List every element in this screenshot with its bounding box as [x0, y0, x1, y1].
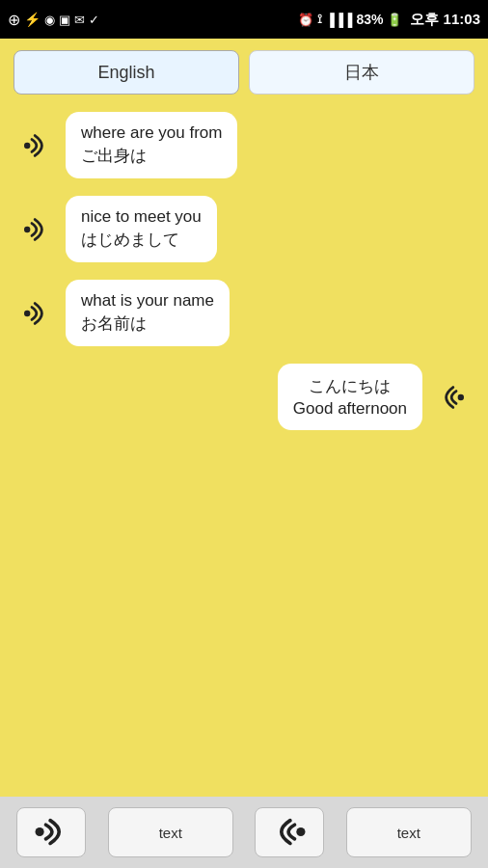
bottom-left-text-button[interactable]: text [108, 807, 233, 857]
msg1-english: where are you from [81, 123, 222, 143]
sound-icon-4[interactable] [430, 375, 474, 420]
msg2-japanese: はじめまして [81, 229, 202, 251]
message-row-1: where are you from ご出身は [14, 112, 474, 178]
image-icon: ▣ [59, 13, 70, 27]
message-row-4: こんにちは Good afternoon [14, 364, 474, 430]
bottom-left-sound-button[interactable] [16, 807, 86, 857]
bubble-3: what is your name お名前は [66, 280, 230, 346]
chat-area: where are you from ご出身は nice to meet you… [0, 102, 488, 797]
svg-point-0 [24, 142, 30, 148]
svg-point-4 [36, 827, 44, 836]
message-row-3: what is your name お名前は [14, 280, 474, 346]
msg4-english: Good afternoon [293, 399, 407, 419]
bottom-bar: text text [0, 797, 488, 868]
battery-icon: 🔋 [387, 13, 402, 27]
check-icon: ✓ [89, 13, 99, 27]
sound-icon-1[interactable] [14, 123, 58, 168]
msg4-japanese: こんにちは [309, 375, 391, 397]
app-container: English 日本 where are you from ご出身は [0, 39, 488, 868]
svg-point-1 [24, 226, 30, 231]
msg1-japanese: ご出身は [81, 145, 222, 167]
bubble-1: where are you from ご出身は [66, 112, 237, 178]
msg3-japanese: お名前は [81, 312, 214, 335]
message-row-2: nice to meet you はじめまして [14, 196, 474, 262]
tab-english[interactable]: English [14, 50, 239, 95]
sound-icon-2[interactable] [14, 207, 58, 252]
status-bar-right-icons: ⏰ ⟟ ▐▐▐ 83% 🔋 오후 11:03 [298, 11, 480, 29]
status-bar: ⊕ ⚡ ◉ ▣ ✉ ✓ ⏰ ⟟ ▐▐▐ 83% 🔋 오후 11:03 [0, 0, 488, 39]
bottom-right-sound-button[interactable] [255, 807, 324, 857]
app-icon: ◉ [44, 13, 55, 27]
tab-japanese[interactable]: 日本 [249, 50, 474, 95]
bubble-2: nice to meet you はじめまして [66, 196, 217, 262]
svg-point-5 [297, 827, 306, 836]
signal-icon: ▐▐▐ [326, 13, 353, 27]
bubble-4: こんにちは Good afternoon [278, 364, 422, 430]
language-tabs: English 日本 [0, 39, 488, 102]
wifi-icon: ⟟ [317, 12, 322, 27]
msg3-english: what is your name [81, 291, 214, 311]
status-bar-left-icons: ⊕ ⚡ ◉ ▣ ✉ ✓ [8, 11, 99, 29]
msg2-english: nice to meet you [81, 207, 202, 227]
usb-icon: ⚡ [24, 12, 41, 27]
add-icon: ⊕ [8, 11, 20, 29]
sound-icon-3[interactable] [14, 291, 58, 336]
alarm-icon: ⏰ [298, 13, 313, 27]
bottom-right-text-button[interactable]: text [346, 807, 472, 857]
svg-point-2 [24, 310, 30, 315]
svg-point-3 [458, 393, 464, 399]
mail-icon: ✉ [74, 13, 85, 27]
battery-percent: 83% [356, 12, 383, 27]
clock: 오후 11:03 [410, 11, 480, 29]
